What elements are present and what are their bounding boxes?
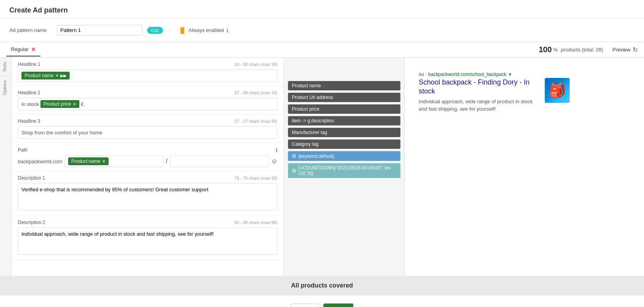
- texts-label: Texts: [0, 58, 11, 76]
- path-label: Path: [18, 147, 28, 153]
- tag-product-name-text: Product name: [25, 73, 54, 78]
- stats-unit: %: [553, 47, 558, 53]
- ad-title[interactable]: School backpack - Finding Dory - In stoc…: [419, 78, 540, 96]
- tag-item-description-btn[interactable]: item -> g:description: [288, 116, 400, 125]
- tab-regular-label: Regular: [11, 46, 29, 52]
- path-section: Path ℹ backpackworld.com Product name ✕ …: [12, 143, 284, 171]
- backpack-image-placeholder: 🎒: [549, 82, 566, 99]
- ad-pattern-name-input[interactable]: [57, 25, 142, 35]
- path-input-2[interactable]: [170, 155, 269, 167]
- headline1-chars: 18 - 30 chars (max 30): [234, 62, 277, 67]
- tab-regular[interactable]: Regular ✕: [6, 43, 40, 56]
- path-domain: backpackworld.com: [18, 159, 62, 164]
- tab-stats: 100 % products (total: 28): [539, 45, 603, 54]
- description1-chars: 76 - 76 chars (max 90): [234, 176, 277, 180]
- description2-chars: 90 - 90 chars (max 90): [234, 220, 277, 225]
- headline2-product-price-tag[interactable]: Product price ✕: [40, 100, 79, 108]
- ad-preview-box: Ad · backpackworld.com/school_backpack ▼…: [412, 65, 576, 119]
- tag-keyword-icon: ⚙: [292, 153, 297, 159]
- tag-keyword-btn[interactable]: ⚙ {keyword:default}: [288, 151, 400, 161]
- preview-label: Preview: [612, 47, 630, 53]
- headline3-input[interactable]: Shop from the comfort of your home: [18, 126, 277, 139]
- path-product-name-tag[interactable]: Product name ✕: [68, 157, 109, 165]
- ad-description: Individual approach, wide range of produ…: [419, 98, 540, 113]
- headline2-static-before: In stock: [21, 101, 39, 107]
- save-button[interactable]: Save: [323, 303, 354, 307]
- headline3-text: Shop from the comfort of your home: [21, 130, 102, 136]
- tag-countdown-btn[interactable]: ⚙ {=COUNTDOWN("2021/09/28 00:00:00","en-…: [288, 163, 400, 178]
- description2-section: Description 2 90 - 90 chars (max 90): [12, 216, 284, 260]
- ad-pattern-name-label: Ad pattern name: [9, 27, 52, 33]
- tag-close-icon[interactable]: ✕: [73, 102, 76, 107]
- tags-panel: Product name Product Url address Product…: [284, 58, 405, 276]
- ad-domain[interactable]: backpackworld.com/school_backpack: [428, 72, 507, 77]
- bottom-buttons: Exit Save: [0, 295, 644, 307]
- headline3-group: Headline 3 27 - 27 chars (max 90) Shop f…: [12, 115, 284, 143]
- tag-arrow-icon: ▶▶: [60, 73, 67, 78]
- options-label: Options: [0, 76, 11, 99]
- ad-label: Ad: [419, 72, 424, 77]
- info-icon[interactable]: ℹ: [226, 27, 228, 34]
- headline1-group: Headline 1 18 - 30 chars (max 30) Produc…: [12, 58, 284, 86]
- tag-keyword-text: {keyword:default}: [298, 154, 334, 159]
- description2-textarea[interactable]: [18, 228, 277, 255]
- tag-product-price-btn[interactable]: Product price: [288, 104, 400, 114]
- headline2-group: Headline 2 27 - 28 chars (max 30) In sto…: [12, 86, 284, 115]
- tag-countdown-icon: ⚙: [292, 168, 297, 174]
- tag-close-icon[interactable]: ✕: [102, 159, 105, 164]
- exp-badge: Exp: [147, 27, 163, 34]
- description2-label: Description 2: [18, 220, 45, 225]
- tag-product-name-btn[interactable]: Product name: [288, 81, 400, 90]
- headline1-label: Headline 1: [18, 62, 40, 67]
- emoji-icon[interactable]: ☺: [271, 158, 277, 165]
- headline1-input[interactable]: Product name ✕ ▶▶: [18, 69, 277, 82]
- tag-product-url-btn[interactable]: Product Url address: [288, 93, 400, 102]
- refresh-icon[interactable]: ↻: [633, 46, 638, 53]
- description1-label: Description 1: [18, 175, 45, 181]
- bar-chart-icon: ▐▌: [179, 27, 186, 34]
- preview-button[interactable]: Preview ↻: [612, 46, 638, 53]
- headline2-static-after: €.: [81, 101, 85, 107]
- headline3-label: Headline 3: [18, 118, 40, 124]
- headline2-chars: 27 - 28 chars (max 30): [234, 90, 277, 95]
- headline2-label: Headline 2: [18, 90, 40, 95]
- description1-section: Description 1 76 - 76 chars (max 90): [12, 171, 284, 216]
- stats-percent: 100: [539, 45, 551, 54]
- tag-manufacturer-btn[interactable]: Manufacturer tag: [288, 128, 400, 137]
- path-info-icon[interactable]: ℹ: [275, 147, 277, 153]
- tag-product-name-text: Product name: [71, 159, 100, 164]
- preview-panel: Ad · backpackworld.com/school_backpack ▼…: [405, 58, 644, 276]
- path-input-1[interactable]: Product name ✕: [65, 155, 163, 167]
- tab-close-icon[interactable]: ✕: [31, 46, 36, 53]
- ad-domain-dropdown-icon[interactable]: ▼: [508, 72, 512, 77]
- page-title: Create Ad pattern: [9, 6, 68, 14]
- exit-button[interactable]: Exit: [291, 303, 319, 307]
- description1-textarea[interactable]: [18, 183, 277, 210]
- path-slash: /: [166, 158, 167, 165]
- stats-total: products (total: 28): [561, 47, 603, 53]
- ad-product-image: 🎒: [545, 78, 570, 103]
- all-products-bar: All products covered: [0, 276, 644, 295]
- headline3-chars: 27 - 27 chars (max 90): [234, 119, 277, 124]
- tag-countdown-text: {=COUNTDOWN("2021/09/28 00:00:00","en-US…: [298, 165, 397, 176]
- tag-category-btn[interactable]: Category tag: [288, 139, 400, 149]
- headline2-input[interactable]: In stock Product price ✕ €.: [18, 98, 277, 110]
- tag-product-price-text: Product price: [44, 101, 71, 107]
- all-products-text: All products covered: [291, 282, 353, 289]
- always-enabled-label: Always enabled: [189, 27, 224, 33]
- headline1-product-name-tag[interactable]: Product name ✕ ▶▶: [21, 72, 70, 79]
- tag-close-icon[interactable]: ✕: [55, 73, 59, 78]
